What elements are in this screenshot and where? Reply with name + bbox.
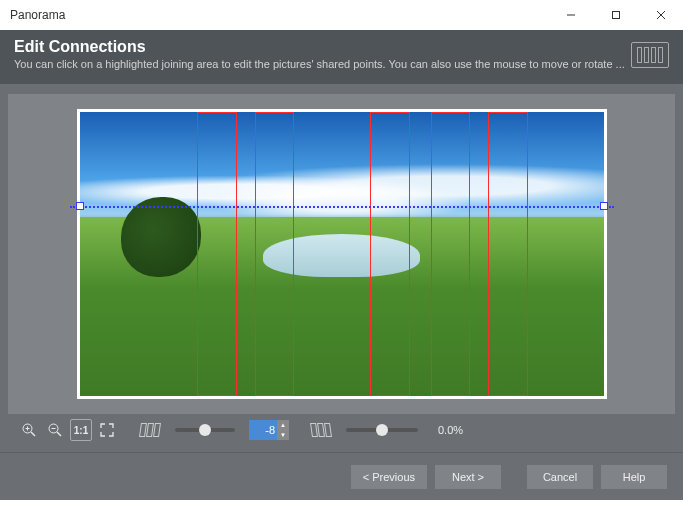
previous-button[interactable]: < Previous — [351, 465, 427, 489]
angle-slider[interactable] — [175, 428, 235, 432]
toolbar: 1:1 ▲▼ 0.0% — [8, 414, 675, 446]
page-title: Edit Connections — [14, 38, 631, 56]
angle-input[interactable] — [249, 420, 277, 440]
angle-up-icon[interactable]: ▲ — [277, 420, 289, 430]
lake — [263, 234, 420, 277]
svg-rect-1 — [612, 12, 619, 19]
panorama-preview[interactable] — [77, 109, 607, 399]
skew-left-icon — [139, 423, 162, 437]
dialog-footer: < Previous Next > Cancel Help — [0, 452, 683, 500]
angle-slider-thumb[interactable] — [199, 424, 211, 436]
help-button[interactable]: Help — [601, 465, 667, 489]
page-subtitle: You can click on a highlighted joining a… — [14, 58, 631, 70]
dialog-header: Edit Connections You can click on a high… — [0, 30, 683, 84]
zoom-out-icon[interactable] — [44, 419, 66, 441]
minimize-button[interactable] — [548, 0, 593, 30]
perspective-slider-thumb[interactable] — [376, 424, 388, 436]
svg-line-5 — [31, 432, 35, 436]
perspective-slider[interactable] — [346, 428, 418, 432]
panorama-strip-icon — [631, 42, 669, 68]
next-button[interactable]: Next > — [435, 465, 501, 489]
svg-line-9 — [57, 432, 61, 436]
angle-down-icon[interactable]: ▼ — [277, 430, 289, 440]
zoom-in-icon[interactable] — [18, 419, 40, 441]
cancel-button[interactable]: Cancel — [527, 465, 593, 489]
skew-right-icon — [310, 423, 333, 437]
percent-label: 0.0% — [438, 424, 478, 436]
zoom-1to1-button[interactable]: 1:1 — [70, 419, 92, 441]
window-title: Panorama — [10, 8, 65, 22]
close-button[interactable] — [638, 0, 683, 30]
titlebar: Panorama — [0, 0, 683, 30]
angle-spinbox[interactable]: ▲▼ — [249, 420, 289, 440]
preview-canvas[interactable] — [8, 94, 675, 414]
maximize-button[interactable] — [593, 0, 638, 30]
fit-screen-icon[interactable] — [96, 419, 118, 441]
canvas-area: 1:1 ▲▼ 0.0% — [0, 84, 683, 452]
